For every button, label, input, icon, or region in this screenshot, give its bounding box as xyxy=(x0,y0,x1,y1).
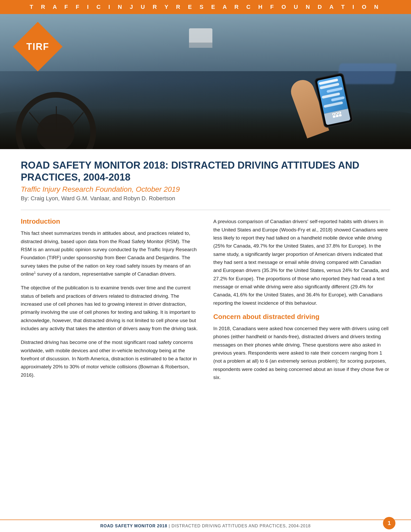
footer-bold: ROAD SAFETY MONITOR 2018 xyxy=(100,524,167,528)
tirf-text: TIRF xyxy=(26,41,49,52)
report-authors: By: Craig Lyon, Ward G.M. Vanlaar, and R… xyxy=(21,195,390,202)
intro-para-3: Distracted driving has become one of the… xyxy=(21,338,198,379)
right-intro-para: A previous comparison of Canadian driver… xyxy=(213,217,390,307)
two-column-layout: Introduction This fact sheet summarizes … xyxy=(21,217,390,387)
keyboard: Q W E xyxy=(324,109,351,125)
main-content: ROAD SAFETY MONITOR 2018: DISTRACTED DRI… xyxy=(0,149,411,403)
divider xyxy=(21,210,390,210)
page-number-badge: 1 xyxy=(383,517,395,529)
bubble-6 xyxy=(324,101,343,108)
bubble-3 xyxy=(327,87,343,93)
bubble-5 xyxy=(331,96,345,102)
report-title: ROAD SAFETY MONITOR 2018: DISTRACTED DRI… xyxy=(21,159,390,183)
footer-normal: | DISTRACTED DRIVING ATTITUDES AND PRACT… xyxy=(167,524,311,528)
spoke-1 xyxy=(56,106,57,132)
hero-image: Q W E T·IRF TIRF xyxy=(0,14,411,149)
van-bottom xyxy=(189,42,212,48)
top-bar: T R A F F I C I N J U R Y R E S E A R C … xyxy=(0,0,411,14)
org-name: T R A F F I C I N J U R Y R E S E A R C … xyxy=(30,4,381,10)
concern-para: In 2018, Canadians were asked how concer… xyxy=(213,324,390,381)
tirf-logo-label: TIRF xyxy=(20,29,55,64)
van-shape xyxy=(189,28,212,43)
report-subtitle: Traffic Injury Research Foundation, Octo… xyxy=(21,185,390,194)
intro-para-2: The objective of the publication is to e… xyxy=(21,284,198,332)
car-right xyxy=(337,63,397,84)
page-number: 1 xyxy=(388,520,391,527)
intro-para-1: This fact sheet summarizes trends in att… xyxy=(21,229,198,278)
introduction-heading: Introduction xyxy=(21,217,198,225)
page-footer: ROAD SAFETY MONITOR 2018 | DISTRACTED DR… xyxy=(0,520,411,532)
concern-heading: Concern about distracted driving xyxy=(213,313,390,321)
footer-text: ROAD SAFETY MONITOR 2018 | DISTRACTED DR… xyxy=(100,524,311,528)
left-column: Introduction This fact sheet summarizes … xyxy=(21,217,198,387)
right-column: A previous comparison of Canadian driver… xyxy=(213,217,390,387)
